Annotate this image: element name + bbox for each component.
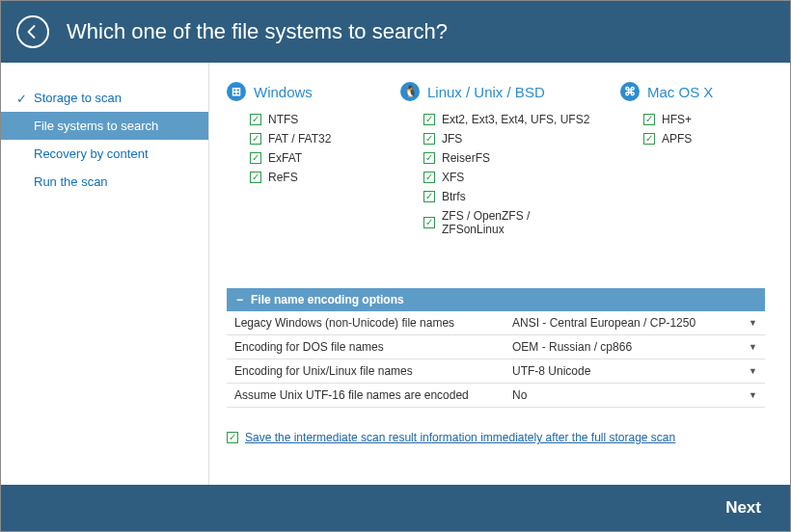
window: Which one of the file systems to search?… — [0, 0, 791, 532]
back-button[interactable] — [16, 15, 49, 48]
sidebar-step-0[interactable]: ✓Storage to scan — [1, 84, 208, 112]
fs-checkbox[interactable]: ✓ — [423, 133, 435, 145]
sidebar: ✓Storage to scanFile systems to searchRe… — [1, 63, 208, 485]
chevron-down-icon: ▼ — [749, 342, 757, 352]
encoding-value: ANSI - Central European / CP-1250 — [512, 316, 696, 330]
fs-column-header: ⊞Windows — [227, 82, 371, 101]
encoding-row: Encoding for DOS file namesOEM - Russian… — [227, 335, 765, 359]
encoding-label: Assume Unix UTF-16 file names are encode… — [227, 384, 505, 407]
encoding-panel: − File name encoding options Legacy Wind… — [227, 288, 765, 408]
fs-column-linux-unix-bsd: 🐧Linux / Unix / BSD✓Ext2, Ext3, Ext4, UF… — [400, 82, 591, 240]
encoding-label: Encoding for DOS file names — [227, 335, 505, 359]
save-option-label[interactable]: Save the intermediate scan result inform… — [245, 431, 675, 444]
fs-item-label: Ext2, Ext3, Ext4, UFS, UFS2 — [442, 113, 589, 126]
fs-column-title: Mac OS X — [647, 84, 713, 100]
encoding-row: Encoding for Unix/Linux file namesUTF-8 … — [227, 359, 765, 384]
fs-item-label: APFS — [662, 132, 692, 146]
encoding-label: Encoding for Unix/Linux file names — [227, 359, 505, 383]
fs-item[interactable]: ✓NTFS — [227, 111, 371, 130]
encoding-dropdown[interactable]: ANSI - Central European / CP-1250▼ — [505, 311, 765, 334]
fs-checkbox[interactable]: ✓ — [250, 114, 261, 125]
encoding-dropdown[interactable]: OEM - Russian / cp866▼ — [505, 335, 765, 359]
os-icon: ⊞ — [227, 82, 246, 101]
fs-item-label: HFS+ — [662, 113, 692, 126]
arrow-left-icon — [24, 23, 41, 40]
fs-item-label: FAT / FAT32 — [268, 132, 331, 146]
fs-item-label: ReiserFS — [442, 151, 490, 165]
fs-item[interactable]: ✓JFS — [400, 130, 591, 149]
fs-item[interactable]: ✓ReFS — [227, 169, 371, 188]
sidebar-step-3[interactable]: Run the scan — [1, 168, 208, 196]
fs-checkbox[interactable]: ✓ — [423, 172, 435, 183]
fs-checkbox[interactable]: ✓ — [423, 152, 435, 164]
next-button[interactable]: Next — [725, 498, 761, 518]
fs-item[interactable]: ✓Btrfs — [400, 188, 591, 207]
os-icon: ⌘ — [620, 82, 640, 101]
encoding-row: Assume Unix UTF-16 file names are encode… — [227, 384, 765, 408]
check-icon: ✓ — [16, 92, 27, 106]
fs-item-label: NTFS — [268, 113, 298, 126]
chevron-down-icon: ▼ — [749, 390, 757, 400]
fs-checkbox[interactable]: ✓ — [423, 114, 435, 125]
sidebar-step-label: Run the scan — [34, 174, 108, 189]
encoding-row: Legacy Windows (non-Unicode) file namesA… — [227, 311, 765, 335]
fs-column-title: Windows — [254, 84, 313, 100]
encoding-header[interactable]: − File name encoding options — [227, 288, 765, 311]
fs-checkbox[interactable]: ✓ — [643, 114, 655, 125]
sidebar-step-1[interactable]: File systems to search — [1, 112, 208, 140]
save-checkbox[interactable]: ✓ — [227, 432, 238, 443]
fs-item[interactable]: ✓ExFAT — [227, 149, 371, 169]
header-bar: Which one of the file systems to search? — [1, 1, 790, 63]
fs-checkbox[interactable]: ✓ — [423, 191, 435, 202]
fs-checkbox[interactable]: ✓ — [643, 133, 655, 145]
fs-item-label: Btrfs — [442, 190, 466, 203]
fs-item[interactable]: ✓HFS+ — [620, 111, 765, 130]
fs-checkbox[interactable]: ✓ — [250, 172, 261, 183]
fs-column-header: 🐧Linux / Unix / BSD — [400, 82, 591, 101]
body: ✓Storage to scanFile systems to searchRe… — [1, 63, 790, 485]
fs-item[interactable]: ✓ZFS / OpenZFS / ZFSonLinux — [400, 207, 591, 240]
save-option-row: ✓ Save the intermediate scan result info… — [227, 431, 765, 444]
chevron-down-icon: ▼ — [749, 318, 757, 328]
fs-column-header: ⌘Mac OS X — [620, 82, 765, 101]
collapse-icon[interactable]: − — [236, 293, 243, 306]
fs-column-mac-os-x: ⌘Mac OS X✓HFS+✓APFS — [620, 82, 765, 240]
footer-bar: Next — [1, 485, 790, 531]
sidebar-step-label: File systems to search — [34, 119, 158, 133]
filesystem-columns: ⊞Windows✓NTFS✓FAT / FAT32✓ExFAT✓ReFS🐧Lin… — [227, 82, 765, 240]
fs-item-label: JFS — [442, 132, 462, 146]
encoding-value: UTF-8 Unicode — [512, 364, 590, 378]
encoding-label: Legacy Windows (non-Unicode) file names — [227, 311, 505, 334]
encoding-value: OEM - Russian / cp866 — [512, 340, 632, 354]
fs-column-title: Linux / Unix / BSD — [427, 84, 545, 100]
fs-item-label: XFS — [442, 171, 464, 184]
fs-item[interactable]: ✓FAT / FAT32 — [227, 130, 371, 149]
encoding-value: No — [512, 388, 527, 402]
encoding-dropdown[interactable]: No▼ — [505, 384, 765, 407]
fs-item-label: ZFS / OpenZFS / ZFSonLinux — [442, 209, 591, 236]
fs-checkbox[interactable]: ✓ — [250, 133, 261, 145]
chevron-down-icon: ▼ — [749, 366, 757, 376]
fs-checkbox[interactable]: ✓ — [423, 217, 435, 228]
fs-item[interactable]: ✓APFS — [620, 130, 765, 149]
fs-checkbox[interactable]: ✓ — [250, 152, 261, 164]
sidebar-step-label: Storage to scan — [34, 91, 122, 105]
fs-item-label: ReFS — [268, 171, 298, 184]
page-title: Which one of the file systems to search? — [67, 19, 448, 44]
fs-item[interactable]: ✓XFS — [400, 169, 591, 188]
os-icon: 🐧 — [400, 82, 420, 101]
encoding-header-label: File name encoding options — [251, 293, 404, 306]
fs-item[interactable]: ✓Ext2, Ext3, Ext4, UFS, UFS2 — [400, 111, 591, 130]
fs-column-windows: ⊞Windows✓NTFS✓FAT / FAT32✓ExFAT✓ReFS — [227, 82, 371, 240]
sidebar-step-label: Recovery by content — [34, 146, 149, 161]
fs-item[interactable]: ✓ReiserFS — [400, 149, 591, 169]
fs-item-label: ExFAT — [268, 151, 302, 165]
encoding-dropdown[interactable]: UTF-8 Unicode▼ — [505, 359, 765, 383]
sidebar-step-2[interactable]: Recovery by content — [1, 140, 208, 168]
content: ⊞Windows✓NTFS✓FAT / FAT32✓ExFAT✓ReFS🐧Lin… — [208, 63, 790, 485]
